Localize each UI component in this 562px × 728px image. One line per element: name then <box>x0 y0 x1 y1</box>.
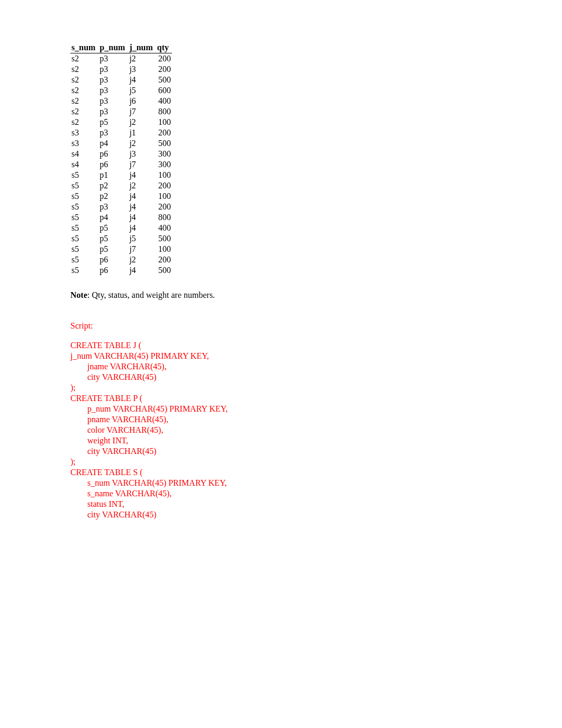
cell-s_num: s4 <box>70 149 98 159</box>
cell-qty: 200 <box>156 53 172 65</box>
cell-s_num: s5 <box>70 233 98 244</box>
table-row: s2p5j2100 <box>70 117 172 128</box>
cell-j_num: j3 <box>128 149 156 159</box>
cell-p_num: p3 <box>98 202 128 212</box>
table-row: s5p5j5500 <box>70 233 172 244</box>
col-j_num: j_num <box>128 42 156 53</box>
cell-s_num: s5 <box>70 265 98 276</box>
cell-s_num: s5 <box>70 191 98 202</box>
cell-qty: 500 <box>156 75 172 85</box>
cell-p_num: p5 <box>98 233 128 244</box>
cell-j_num: j1 <box>128 128 156 138</box>
cell-s_num: s2 <box>70 85 98 96</box>
sql-script-block: CREATE TABLE J ( j_num VARCHAR(45) PRIMA… <box>70 340 562 520</box>
table-row: s4p6j3300 <box>70 149 172 159</box>
cell-p_num: p4 <box>98 212 128 223</box>
cell-qty: 500 <box>156 265 172 276</box>
cell-j_num: j4 <box>128 265 156 276</box>
col-p_num: p_num <box>98 42 128 53</box>
cell-s_num: s3 <box>70 128 98 138</box>
cell-qty: 500 <box>156 233 172 244</box>
table-row: s5p5j7100 <box>70 244 172 254</box>
script-label: Script: <box>70 321 562 331</box>
cell-j_num: j2 <box>128 138 156 149</box>
cell-s_num: s5 <box>70 202 98 212</box>
cell-j_num: j4 <box>128 223 156 233</box>
table-row: s2p3j4500 <box>70 75 172 85</box>
cell-p_num: p5 <box>98 244 128 254</box>
cell-j_num: j7 <box>128 244 156 254</box>
cell-qty: 100 <box>156 191 172 202</box>
cell-j_num: j3 <box>128 64 156 75</box>
table-row: s3p3j1200 <box>70 128 172 138</box>
cell-j_num: j4 <box>128 191 156 202</box>
cell-j_num: j6 <box>128 96 156 106</box>
cell-j_num: j4 <box>128 75 156 85</box>
cell-s_num: s5 <box>70 244 98 254</box>
cell-s_num: s5 <box>70 212 98 223</box>
cell-qty: 300 <box>156 149 172 159</box>
cell-p_num: p6 <box>98 159 128 170</box>
cell-p_num: p6 <box>98 149 128 159</box>
cell-p_num: p5 <box>98 223 128 233</box>
cell-j_num: j7 <box>128 159 156 170</box>
cell-s_num: s5 <box>70 180 98 191</box>
cell-p_num: p3 <box>98 64 128 75</box>
cell-qty: 500 <box>156 138 172 149</box>
cell-p_num: p6 <box>98 265 128 276</box>
cell-j_num: j4 <box>128 212 156 223</box>
cell-p_num: p2 <box>98 191 128 202</box>
cell-j_num: j7 <box>128 106 156 117</box>
cell-s_num: s2 <box>70 64 98 75</box>
cell-j_num: j2 <box>128 254 156 265</box>
cell-p_num: p3 <box>98 53 128 65</box>
cell-p_num: p1 <box>98 170 128 180</box>
cell-p_num: p3 <box>98 75 128 85</box>
note-line: Note: Qty, status, and weight are number… <box>70 290 562 300</box>
cell-p_num: p6 <box>98 254 128 265</box>
table-row: s5p5j4400 <box>70 223 172 233</box>
cell-qty: 300 <box>156 159 172 170</box>
cell-qty: 400 <box>156 96 172 106</box>
cell-s_num: s2 <box>70 53 98 65</box>
table-row: s3p4j2500 <box>70 138 172 149</box>
table-row: s5p2j4100 <box>70 191 172 202</box>
cell-qty: 200 <box>156 64 172 75</box>
table-row: s5p4j4800 <box>70 212 172 223</box>
document-page: s_num p_num j_num qty s2p3j2200s2p3j3200… <box>0 0 562 728</box>
cell-p_num: p3 <box>98 106 128 117</box>
table-header-row: s_num p_num j_num qty <box>70 42 172 53</box>
cell-qty: 200 <box>156 128 172 138</box>
cell-qty: 400 <box>156 223 172 233</box>
cell-s_num: s3 <box>70 138 98 149</box>
cell-j_num: j5 <box>128 233 156 244</box>
cell-s_num: s2 <box>70 96 98 106</box>
table-row: s2p3j6400 <box>70 96 172 106</box>
col-qty: qty <box>156 42 172 53</box>
cell-j_num: j2 <box>128 53 156 65</box>
cell-s_num: s5 <box>70 254 98 265</box>
table-row: s5p1j4100 <box>70 170 172 180</box>
table-row: s2p3j7800 <box>70 106 172 117</box>
cell-p_num: p3 <box>98 96 128 106</box>
cell-qty: 100 <box>156 170 172 180</box>
cell-qty: 200 <box>156 254 172 265</box>
cell-qty: 200 <box>156 202 172 212</box>
cell-qty: 800 <box>156 106 172 117</box>
cell-s_num: s4 <box>70 159 98 170</box>
cell-s_num: s5 <box>70 223 98 233</box>
note-label: Note <box>70 290 87 299</box>
cell-p_num: p3 <box>98 85 128 96</box>
table-row: s2p3j5600 <box>70 85 172 96</box>
cell-j_num: j4 <box>128 202 156 212</box>
table-row: s5p2j2200 <box>70 180 172 191</box>
table-row: s4p6j7300 <box>70 159 172 170</box>
cell-s_num: s2 <box>70 106 98 117</box>
table-row: s2p3j2200 <box>70 53 172 65</box>
cell-j_num: j4 <box>128 170 156 180</box>
cell-qty: 100 <box>156 244 172 254</box>
table-row: s2p3j3200 <box>70 64 172 75</box>
col-s_num: s_num <box>70 42 98 53</box>
table-row: s5p6j4500 <box>70 265 172 276</box>
note-text: : Qty, status, and weight are numbers. <box>87 290 215 299</box>
